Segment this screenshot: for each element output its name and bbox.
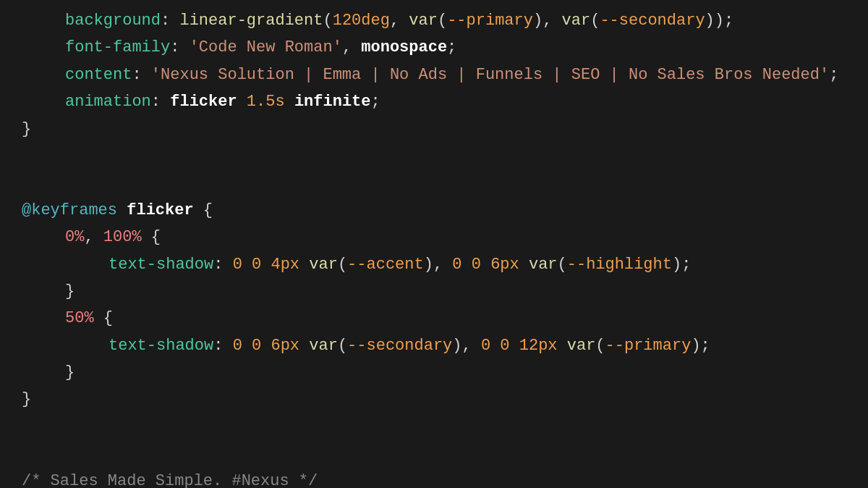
code-token: { xyxy=(94,309,113,327)
code-token: flicker xyxy=(170,93,237,111)
code-token: : xyxy=(151,93,170,111)
code-token: } xyxy=(22,120,31,138)
code-token: --secondary xyxy=(600,12,705,30)
code-line: 0%, 100% { xyxy=(22,224,868,251)
code-token: : xyxy=(170,38,189,56)
code-token: } xyxy=(65,282,75,300)
code-token: monospace xyxy=(361,38,447,56)
code-token: ( xyxy=(438,12,447,30)
code-line xyxy=(22,413,868,440)
code-token: { xyxy=(203,201,213,219)
code-line: } xyxy=(22,278,868,305)
code-token: --accent xyxy=(347,256,424,274)
code-line xyxy=(22,143,868,169)
code-token: { xyxy=(142,228,161,246)
code-token xyxy=(558,337,567,355)
code-line xyxy=(22,440,868,467)
code-line: 50% { xyxy=(22,305,868,332)
code-token: 120deg xyxy=(333,12,390,30)
code-token: ), xyxy=(424,256,453,274)
code-token: linear-gradient xyxy=(179,12,323,30)
code-token: font-family xyxy=(65,38,170,56)
code-token xyxy=(519,256,529,274)
code-token: ( xyxy=(323,12,332,30)
code-line: } xyxy=(22,359,868,386)
code-token: var xyxy=(309,256,338,274)
code-token: ) xyxy=(533,12,542,30)
code-line: } xyxy=(22,116,868,143)
code-token: var xyxy=(409,12,438,30)
code-token: ); xyxy=(672,256,691,274)
code-token: @keyframes xyxy=(22,201,117,219)
code-token: ; xyxy=(447,38,456,56)
code-token xyxy=(299,256,309,274)
code-token: --highlight xyxy=(567,256,672,274)
code-token: 12px xyxy=(519,337,558,355)
code-token: 0 xyxy=(252,337,261,355)
code-token: text-shadow xyxy=(109,337,213,355)
code-content: background: linear-gradient(120deg, var(… xyxy=(22,7,868,488)
code-token: : xyxy=(132,66,150,84)
code-line: background: linear-gradient(120deg, var(… xyxy=(22,7,868,34)
code-token xyxy=(261,256,271,274)
code-editor: background: linear-gradient(120deg, var(… xyxy=(0,0,868,488)
code-token: flicker xyxy=(117,201,203,219)
code-token: ; xyxy=(829,66,838,84)
code-token: animation xyxy=(65,93,151,111)
code-token: /* Sales Made Simple. #Nexus */ xyxy=(22,472,318,488)
code-token: 0 xyxy=(472,256,481,274)
code-token: , xyxy=(542,12,561,30)
code-token: var xyxy=(562,12,591,30)
code-line: text-shadow: 0 0 6px var(--secondary), 0… xyxy=(22,332,868,359)
code-token: : xyxy=(161,12,179,30)
code-token: 6px xyxy=(271,337,299,355)
code-token: 0% xyxy=(65,228,84,246)
code-token: 0 xyxy=(452,256,461,274)
code-token: --primary xyxy=(447,12,533,30)
code-token: 0 xyxy=(500,337,509,355)
code-token: ( xyxy=(590,12,600,30)
code-line xyxy=(22,169,868,196)
code-token: 100% xyxy=(103,228,142,246)
code-token: , xyxy=(84,228,103,246)
code-token: 50% xyxy=(65,309,94,327)
code-token: )); xyxy=(705,12,734,30)
code-line: font-family: 'Code New Roman', monospace… xyxy=(22,34,868,61)
code-token: 0 xyxy=(233,256,242,274)
code-line: animation: flicker 1.5s infinite; xyxy=(22,88,868,115)
code-token: 0 xyxy=(252,256,261,274)
code-line: @keyframes flicker { xyxy=(22,197,868,224)
code-token: --primary xyxy=(605,337,692,355)
code-token: text-shadow xyxy=(109,256,213,274)
code-token xyxy=(490,337,500,355)
code-token xyxy=(237,93,247,111)
code-token: content xyxy=(65,66,132,84)
code-token xyxy=(510,337,519,355)
code-token: 0 xyxy=(481,337,490,355)
code-token xyxy=(242,256,252,274)
code-token: ( xyxy=(595,337,605,355)
code-token: 0 xyxy=(233,337,242,355)
code-token xyxy=(261,337,271,355)
code-line: text-shadow: 0 0 4px var(--accent), 0 0 … xyxy=(22,251,868,278)
code-token xyxy=(285,93,294,111)
code-token: } xyxy=(65,363,75,382)
code-token: : xyxy=(213,337,232,355)
code-token: ; xyxy=(371,93,380,111)
code-token: 'Nexus Solution | Emma | No Ads | Funnel… xyxy=(151,66,829,84)
code-token: ( xyxy=(338,256,347,274)
code-token: 4px xyxy=(271,256,299,274)
code-token: , xyxy=(342,38,361,56)
code-token: ), xyxy=(452,337,481,355)
code-token: 6px xyxy=(490,256,519,274)
code-token xyxy=(481,256,490,274)
code-line: } xyxy=(22,386,868,413)
code-token xyxy=(462,256,472,274)
code-token: ); xyxy=(691,337,710,355)
code-token: infinite xyxy=(294,93,371,111)
code-token: ( xyxy=(338,337,347,355)
code-token: background xyxy=(65,12,161,30)
code-token: --secondary xyxy=(347,337,452,355)
code-token: : xyxy=(213,256,232,274)
code-token: var xyxy=(529,256,558,274)
